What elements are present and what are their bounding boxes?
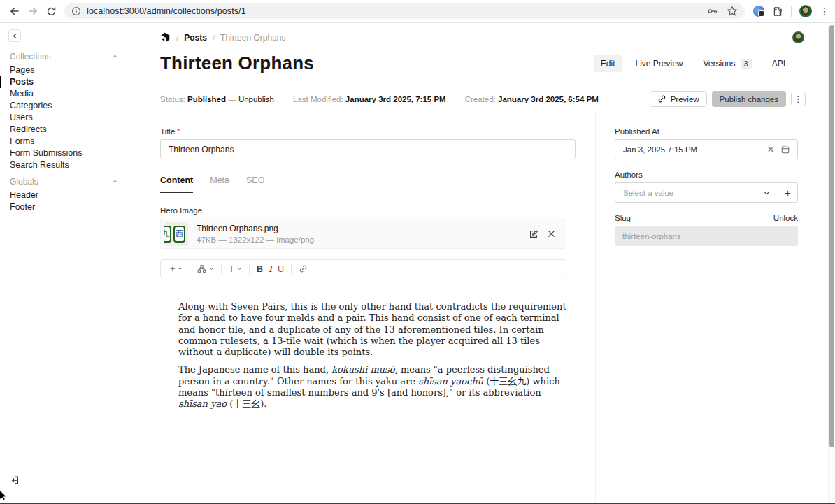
text-style-button[interactable]: T (226, 263, 245, 275)
page-title: Thirteen Orphans (160, 52, 314, 74)
underline-button[interactable]: U (275, 263, 287, 275)
sidebar-item-categories[interactable]: Categories (0, 100, 131, 112)
versions-count-badge: 3 (741, 59, 752, 69)
breadcrumb-separator: / (176, 34, 178, 42)
tab-live-preview[interactable]: Live Preview (628, 55, 690, 72)
extensions-puzzle-icon[interactable] (772, 6, 783, 17)
breadcrumb-current: Thirteen Orphans (220, 33, 285, 43)
more-options-icon[interactable]: ⋮ (791, 92, 806, 106)
url-bar[interactable]: localhost:3000/admin/collections/posts/1 (64, 3, 745, 19)
clear-date-icon[interactable]: ✕ (767, 145, 774, 154)
sidebar-item-users[interactable]: Users (0, 112, 131, 124)
block-type-button[interactable] (194, 263, 217, 275)
bookmark-star-icon[interactable] (727, 6, 738, 17)
authors-label: Authors (615, 171, 798, 179)
doc-sidebar-panel: Published At Jan 3, 2025 7:15 PM ✕ (596, 112, 835, 504)
created-text: Created: January 3rd 2025, 6:54 PM (465, 95, 599, 103)
screen: localhost:3000/admin/collections/posts/1… (0, 0, 835, 504)
chevron-down-icon[interactable] (764, 191, 770, 195)
paragraph[interactable]: Along with Seven Pairs, this is the only… (178, 301, 567, 358)
password-key-icon[interactable] (707, 6, 718, 17)
tab-meta[interactable]: Meta (210, 175, 229, 193)
sidebar-item-pages[interactable]: Pages (0, 64, 131, 76)
authors-field: Authors Select a value + (615, 171, 798, 203)
collections-group: Collections Pages Posts Media Categories… (0, 51, 131, 171)
tab-api[interactable]: API (765, 55, 792, 72)
sidebar-item-footer[interactable]: Footer (0, 201, 131, 213)
slug-input-disabled: thirteen-orphans (615, 226, 798, 246)
sidebar-item-header[interactable]: Header (0, 189, 131, 201)
logout-icon[interactable] (9, 475, 19, 485)
sidebar-item-forms[interactable]: Forms (0, 136, 131, 147)
browser-profile-avatar[interactable] (799, 5, 812, 17)
sidebar-collapse-button[interactable] (8, 29, 21, 42)
hero-file-name[interactable]: Thirteen Orphans.png (197, 224, 314, 233)
calendar-icon[interactable] (781, 145, 790, 154)
scrollbar-thumb[interactable] (829, 25, 834, 447)
preview-button[interactable]: Preview (650, 91, 707, 107)
browser-menu-icon[interactable]: ⋮ (820, 6, 829, 16)
collections-label: Collections (10, 52, 51, 62)
add-author-button[interactable]: + (778, 183, 797, 202)
view-tabs: Edit Live Preview Versions 3 API (594, 55, 792, 72)
admin-app: Collections Pages Posts Media Categories… (0, 23, 835, 504)
edit-form: Title* Thirteen Orphans Content Meta SEO… (131, 112, 596, 504)
remove-upload-icon[interactable] (548, 230, 555, 238)
sidebar-item-redirects[interactable]: Redirects (0, 124, 131, 136)
hero-file-meta: 47KB — 1322x122 — image/png (197, 236, 314, 244)
collections-header[interactable]: Collections (0, 51, 131, 62)
sidebar-item-media[interactable]: Media (0, 88, 131, 100)
published-at-input[interactable]: Jan 3, 2025 7:15 PM ✕ (615, 139, 798, 159)
richtext-editor[interactable]: Along with Seven Pairs, this is the only… (160, 301, 567, 410)
unpublish-link[interactable]: Unpublish (238, 95, 274, 103)
sidebar-item-form-submissions[interactable]: Form Submissions (0, 147, 131, 159)
slug-field: Slug Unlock thirteen-orphans (615, 214, 798, 246)
published-at-label: Published At (615, 127, 798, 136)
hero-image-label: Hero Image (160, 206, 595, 215)
tab-seo[interactable]: SEO (246, 175, 264, 193)
chevron-down-icon (209, 267, 214, 271)
browser-chrome: localhost:3000/admin/collections/posts/1… (0, 0, 835, 23)
breadcrumb-posts[interactable]: Posts (184, 33, 207, 43)
breadcrumb-separator: / (213, 34, 215, 42)
status-value: Published (187, 95, 226, 103)
sidebar: Collections Pages Posts Media Categories… (0, 23, 131, 504)
chevron-down-icon (178, 267, 183, 271)
payload-logo-icon[interactable] (160, 32, 171, 43)
title-input[interactable]: Thirteen Orphans (160, 139, 576, 159)
edit-upload-icon[interactable] (529, 229, 538, 239)
page-scrollbar[interactable] (828, 23, 835, 504)
publish-changes-button[interactable]: Publish changes (712, 91, 786, 107)
hero-image-thumbnail[interactable]: 九 西 (164, 222, 188, 246)
sidebar-item-posts[interactable]: Posts (0, 76, 131, 88)
authors-select[interactable]: Select a value (615, 183, 778, 202)
insert-block-button[interactable]: + (167, 263, 185, 275)
required-asterisk: * (177, 127, 180, 136)
tab-versions[interactable]: Versions 3 (697, 55, 759, 72)
bold-button[interactable]: B (254, 263, 266, 275)
reload-icon[interactable] (42, 2, 60, 20)
paragraph[interactable]: The Japanese name of this hand, kokushi … (178, 364, 567, 410)
mouse-cursor (0, 491, 6, 500)
link-button[interactable] (296, 263, 311, 275)
richtext-toolbar: + T B (160, 259, 566, 278)
italic-button[interactable]: I (266, 262, 275, 275)
node-tree-icon (197, 264, 206, 273)
site-info-icon[interactable] (71, 6, 81, 16)
slug-unlock-button[interactable]: Unlock (773, 214, 798, 222)
breadcrumb: / Posts / Thirteen Orphans (131, 23, 835, 43)
tab-content[interactable]: Content (160, 175, 193, 193)
forward-icon[interactable] (24, 2, 42, 20)
globals-group: Globals Header Footer (0, 176, 131, 213)
url-text[interactable]: localhost:3000/admin/collections/posts/1 (87, 6, 246, 16)
slug-label: Slug (615, 214, 631, 222)
globals-header[interactable]: Globals (0, 176, 131, 187)
extension-badge-icon[interactable] (753, 6, 764, 17)
tab-edit[interactable]: Edit (594, 55, 622, 72)
chevron-up-icon (112, 55, 118, 59)
title-field-label: Title* (160, 127, 595, 136)
link-icon (657, 94, 666, 103)
sidebar-item-search-results[interactable]: Search Results (0, 159, 131, 171)
back-icon[interactable] (6, 2, 24, 20)
account-avatar[interactable] (792, 31, 804, 43)
